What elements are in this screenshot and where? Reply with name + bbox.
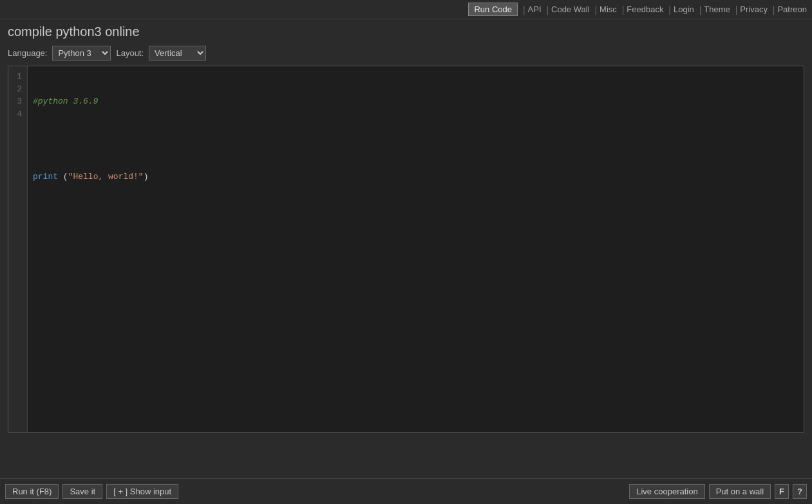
line-number: 2 <box>14 83 22 96</box>
nav-separator: | <box>619 5 625 15</box>
nav-separator: | <box>770 5 775 15</box>
code-line-1: #python 3.6.9 <box>33 95 798 108</box>
bottom-toolbar: Run it (F8) Save it [ + ] Show input Liv… <box>0 478 812 504</box>
code-string: "Hello, world!" <box>68 172 144 182</box>
controls-row: Language: Python 3 Python 2 JavaScript C… <box>0 43 812 66</box>
line-number: 4 <box>14 108 22 121</box>
nav-patreon[interactable]: Patreon <box>777 5 807 14</box>
line-number: 3 <box>14 95 22 108</box>
nav-separator: | <box>666 5 671 15</box>
code-line-3: print ("Hello, world!") <box>33 171 798 183</box>
editor-container: 1 2 3 4 #python 3.6.9 print ("Hello, wor… <box>8 66 804 433</box>
help-button[interactable]: ? <box>793 484 807 499</box>
code-line-4 <box>33 209 798 221</box>
nav-separator: | <box>592 5 598 15</box>
bottom-left: Run it (F8) Save it [ + ] Show input <box>5 484 178 499</box>
bottom-right: Live cooperation Put on a wall F ? <box>629 484 807 499</box>
layout-label: Layout: <box>116 48 144 58</box>
nav-privacy[interactable]: Privacy <box>740 5 768 14</box>
put-on-wall-button[interactable]: Put on a wall <box>709 484 771 499</box>
nav-separator: | <box>544 5 549 15</box>
code-plain: ( <box>58 172 68 182</box>
code-line-2 <box>33 133 798 146</box>
run-it-button[interactable]: Run it (F8) <box>5 484 59 499</box>
layout-select[interactable]: Vertical Horizontal <box>149 46 206 61</box>
nav-separator: | <box>733 5 738 15</box>
code-editor[interactable]: #python 3.6.9 print ("Hello, world!") <box>28 66 804 432</box>
page-title: compile python3 online <box>0 19 812 43</box>
live-cooperation-button[interactable]: Live cooperation <box>629 484 704 499</box>
run-code-button[interactable]: Run Code <box>468 3 518 16</box>
code-keyword-print: print <box>33 172 58 182</box>
show-input-button[interactable]: [ + ] Show input <box>106 484 178 499</box>
nav-theme[interactable]: Theme <box>704 5 730 14</box>
code-comment: #python 3.6.9 <box>33 97 98 106</box>
nav-separator: | <box>520 5 525 15</box>
nav-separator: | <box>697 5 702 15</box>
nav-misc[interactable]: Misc <box>600 5 617 14</box>
save-it-button[interactable]: Save it <box>62 484 102 499</box>
line-numbers: 1 2 3 4 <box>8 66 28 432</box>
line-number: 1 <box>14 70 22 83</box>
nav-api[interactable]: API <box>528 5 542 14</box>
top-nav: Run Code | API | Code Wall | Misc | Feed… <box>0 0 812 19</box>
nav-feedback[interactable]: Feedback <box>627 5 663 14</box>
language-select[interactable]: Python 3 Python 2 JavaScript C C++ Java <box>52 46 111 61</box>
nav-login[interactable]: Login <box>674 5 694 14</box>
nav-code-wall[interactable]: Code Wall <box>551 5 589 14</box>
f-button[interactable]: F <box>775 484 789 499</box>
language-label: Language: <box>8 48 47 58</box>
code-plain: ) <box>144 172 149 182</box>
